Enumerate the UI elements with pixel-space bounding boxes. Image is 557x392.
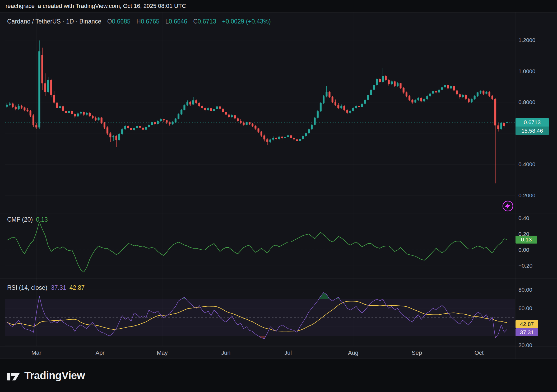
symbol-title: Cardano / TetherUS · 1D · Binance bbox=[7, 18, 101, 25]
ohlc-open-value: 0.6685 bbox=[112, 18, 131, 25]
rsi-indicator-label: RSI (14, close) bbox=[7, 284, 47, 291]
bar-countdown: 15:58:46 bbox=[516, 127, 549, 135]
time-axis-label-sep: Sep bbox=[412, 349, 422, 356]
cmf-legend: CMF (20)0.13 bbox=[7, 216, 48, 223]
cmf-indicator-label: CMF (20) bbox=[7, 216, 33, 223]
ohlc-close-label: C bbox=[193, 18, 198, 25]
time-axis-label-jul: Jul bbox=[284, 349, 292, 356]
price-axis-label: 0.4000 bbox=[518, 161, 535, 167]
ohlc-change-value: +0.0029 (+0.43%) bbox=[222, 18, 271, 25]
time-axis-label-mar: Mar bbox=[31, 349, 41, 356]
lightning-icon[interactable] bbox=[501, 199, 515, 213]
time-axis[interactable]: MarAprMayJunJulAugSepOct bbox=[0, 346, 557, 359]
tradingview-logo[interactable]: TradingView bbox=[7, 370, 85, 381]
cmf-axis-label: 0.40 bbox=[518, 215, 529, 221]
rsi-indicator-value: 37.31 bbox=[51, 284, 66, 291]
price-axis-label: 0.2000 bbox=[518, 193, 535, 198]
rsi-axis-label: 80.00 bbox=[518, 287, 532, 293]
last-price-value: 0.6713 bbox=[516, 118, 549, 127]
tradingview-logo-icon bbox=[7, 370, 20, 380]
cmf-value-badge: 0.13 bbox=[516, 236, 537, 244]
time-axis-label-apr: Apr bbox=[95, 349, 104, 356]
price-axis[interactable]: 1.20001.00000.80000.60000.40000.20000.40… bbox=[515, 0, 557, 359]
page: { "attribution": "reachgrace_a created w… bbox=[0, 0, 557, 392]
footer: TradingView bbox=[0, 359, 557, 392]
rsi-value-badge: 37.31 bbox=[516, 328, 538, 336]
rsi-axis-label: 60.00 bbox=[518, 305, 532, 311]
cmf-indicator-value: 0.13 bbox=[36, 216, 48, 223]
ohlc-low-value: 0.6646 bbox=[169, 18, 187, 25]
rsi-ma-indicator-value: 42.87 bbox=[69, 284, 85, 291]
time-axis-label-oct: Oct bbox=[475, 349, 484, 356]
ohlc-close-value: 0.6713 bbox=[198, 18, 216, 25]
ohlc-low-label: L bbox=[165, 18, 169, 25]
chart-canvas[interactable] bbox=[0, 0, 557, 392]
last-price-badge: 0.6713 15:58:46 bbox=[516, 118, 549, 135]
attribution-text: reachgrace_a created with TradingView.co… bbox=[6, 3, 186, 10]
rsi-ma-value-badge: 42.87 bbox=[516, 320, 538, 328]
price-axis-label: 1.2000 bbox=[518, 37, 535, 43]
ohlc-high-value: 0.6765 bbox=[141, 18, 159, 25]
ohlc-open-label: O bbox=[107, 18, 112, 25]
rsi-legend: RSI (14, close)37.3142.87 bbox=[7, 284, 85, 291]
cmf-axis-label: −0.20 bbox=[518, 263, 532, 269]
tradingview-logo-text: TradingView bbox=[24, 370, 85, 381]
price-axis-label: 1.0000 bbox=[518, 68, 535, 74]
price-axis-label: 0.8000 bbox=[518, 99, 535, 105]
time-axis-label-aug: Aug bbox=[348, 349, 358, 356]
time-axis-label-jun: Jun bbox=[221, 349, 230, 356]
cmf-axis-label: 0.00 bbox=[518, 247, 529, 253]
time-axis-label-may: May bbox=[157, 349, 168, 356]
ohlc-high-label: H bbox=[136, 18, 141, 25]
main-legend: Cardano / TetherUS · 1D · Binance O0.668… bbox=[7, 18, 271, 25]
